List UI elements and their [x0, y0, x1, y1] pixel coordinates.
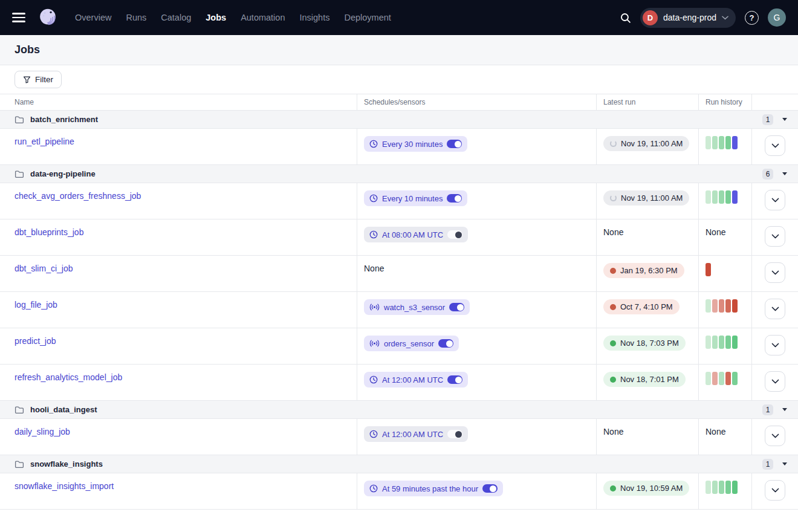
expand-row-button[interactable] — [765, 262, 785, 283]
run-history-bar[interactable] — [706, 336, 711, 349]
expand-row-button[interactable] — [765, 135, 785, 156]
job-link[interactable]: log_file_job — [15, 300, 57, 310]
collapse-caret-icon[interactable] — [782, 118, 787, 121]
run-history-bar[interactable] — [719, 136, 724, 149]
run-history-bar[interactable] — [712, 190, 718, 204]
schedule-chip[interactable]: Every 30 minutes — [364, 136, 467, 152]
expand-row-button[interactable] — [765, 226, 785, 247]
filter-button[interactable]: Filter — [15, 71, 62, 88]
run-history-bar[interactable] — [712, 336, 718, 349]
expand-row-button[interactable] — [765, 335, 785, 355]
run-history-bar[interactable] — [725, 190, 731, 204]
schedule-toggle[interactable] — [447, 230, 462, 239]
job-row-refresh_analytics_model_job: refresh_analytics_model_jobAt 12:00 AM U… — [0, 365, 798, 401]
latest-run-pill[interactable]: Nov 19, 10:59 AM — [603, 481, 689, 496]
job-link[interactable]: snowflake_insights_import — [15, 481, 114, 491]
folder-icon — [15, 460, 24, 469]
nav-item-jobs[interactable]: Jobs — [206, 13, 226, 22]
job-link[interactable]: predict_job — [15, 336, 56, 346]
nav-item-automation[interactable]: Automation — [241, 13, 285, 22]
group-row-snowflake_insights[interactable]: snowflake_insights1 — [0, 455, 798, 473]
run-history-bar[interactable] — [725, 136, 731, 149]
schedule-chip[interactable]: At 12:00 AM UTC — [364, 426, 468, 442]
expand-row-button[interactable] — [765, 480, 785, 501]
schedule-toggle[interactable] — [447, 375, 462, 384]
avatar[interactable]: G — [768, 8, 786, 27]
nav-item-insights[interactable]: Insights — [299, 13, 329, 22]
latest-run-pill[interactable]: Nov 19, 11:00 AM — [603, 136, 689, 151]
run-history-bar[interactable] — [706, 190, 711, 204]
run-history-bar[interactable] — [706, 481, 711, 494]
expand-row-button[interactable] — [765, 426, 785, 446]
job-link[interactable]: dbt_slim_ci_job — [15, 264, 73, 273]
schedule-toggle[interactable] — [447, 430, 462, 438]
run-history-bar[interactable] — [706, 299, 711, 313]
collapse-caret-icon[interactable] — [782, 462, 787, 465]
schedule-toggle[interactable] — [447, 140, 462, 148]
help-icon[interactable]: ? — [745, 11, 759, 25]
expand-row-button[interactable] — [765, 371, 785, 392]
run-history-bar[interactable] — [712, 136, 718, 149]
job-link[interactable]: daily_sling_job — [15, 427, 70, 436]
nav-item-catalog[interactable]: Catalog — [161, 13, 191, 22]
group-row-data-eng-pipeline[interactable]: data-eng-pipeline6 — [0, 165, 798, 183]
run-history-bar[interactable] — [719, 336, 724, 349]
expand-row-button[interactable] — [765, 299, 785, 319]
run-history-bar[interactable] — [712, 481, 718, 494]
run-history-bar[interactable] — [719, 372, 724, 385]
job-link[interactable]: refresh_analytics_model_job — [15, 372, 122, 382]
collapse-caret-icon[interactable] — [782, 172, 787, 175]
hamburger-menu-icon[interactable] — [12, 13, 25, 22]
col-header-latest-run: Latest run — [596, 94, 698, 110]
expand-row-button[interactable] — [765, 190, 785, 210]
nav-item-deployment[interactable]: Deployment — [344, 13, 391, 22]
run-history-bar[interactable] — [732, 136, 738, 149]
run-history-bar[interactable] — [719, 299, 724, 313]
run-history-bar[interactable] — [712, 372, 718, 385]
run-history-bar[interactable] — [732, 190, 738, 204]
run-history-bar[interactable] — [706, 263, 711, 276]
schedule-chip[interactable]: At 59 minutes past the hour — [364, 481, 503, 496]
run-history-bar[interactable] — [725, 372, 731, 385]
latest-run-pill[interactable]: Jan 19, 6:30 PM — [603, 263, 684, 278]
group-row-hooli_data_ingest[interactable]: hooli_data_ingest1 — [0, 401, 798, 419]
run-history-bar[interactable] — [725, 336, 731, 349]
run-history-bar[interactable] — [719, 190, 724, 204]
schedule-toggle[interactable] — [482, 484, 498, 493]
schedule-toggle[interactable] — [438, 339, 453, 348]
schedule-toggle[interactable] — [447, 194, 462, 203]
sensor-chip[interactable]: orders_sensor — [364, 336, 459, 351]
latest-run-pill[interactable]: Nov 18, 7:01 PM — [603, 372, 686, 387]
nav-item-runs[interactable]: Runs — [126, 13, 146, 22]
latest-run-pill[interactable]: Nov 19, 11:00 AM — [603, 190, 689, 206]
run-history-bar[interactable] — [712, 299, 718, 313]
latest-run-pill[interactable]: Nov 18, 7:03 PM — [603, 336, 686, 351]
run-history-bar[interactable] — [706, 372, 711, 385]
expand-cell — [751, 183, 798, 219]
collapse-caret-icon[interactable] — [782, 408, 787, 411]
run-history-bar[interactable] — [732, 481, 738, 494]
job-link[interactable]: dbt_blueprints_job — [15, 227, 83, 237]
run-history-bar[interactable] — [706, 136, 711, 149]
schedule-chip[interactable]: At 08:00 AM UTC — [364, 227, 468, 242]
workspace-switcher[interactable]: D data-eng-prod — [640, 8, 736, 28]
job-link[interactable]: check_avg_orders_freshness_job — [15, 191, 141, 201]
status-dot-icon — [610, 485, 616, 491]
run-history-bar[interactable] — [732, 372, 738, 385]
schedule-chip[interactable]: Every 10 minutes — [364, 190, 467, 206]
latest-run-pill[interactable]: Oct 7, 4:10 PM — [603, 299, 680, 314]
run-history-bar[interactable] — [732, 299, 738, 313]
sensor-chip[interactable]: watch_s3_sensor — [364, 299, 470, 315]
search-icon[interactable] — [620, 12, 631, 24]
schedule-chip[interactable]: At 12:00 AM UTC — [364, 372, 468, 388]
run-history-bar[interactable] — [732, 336, 738, 349]
run-history-bar[interactable] — [725, 299, 731, 313]
schedule-toggle[interactable] — [449, 303, 464, 311]
dagster-logo-icon[interactable] — [36, 5, 59, 30]
run-history-bar[interactable] — [725, 481, 731, 494]
nav-item-overview[interactable]: Overview — [75, 13, 111, 22]
run-history-cell — [698, 183, 751, 219]
job-link[interactable]: run_etl_pipeline — [15, 137, 74, 146]
group-row-batch_enrichment[interactable]: batch_enrichment1 — [0, 111, 798, 129]
run-history-bar[interactable] — [719, 481, 724, 494]
